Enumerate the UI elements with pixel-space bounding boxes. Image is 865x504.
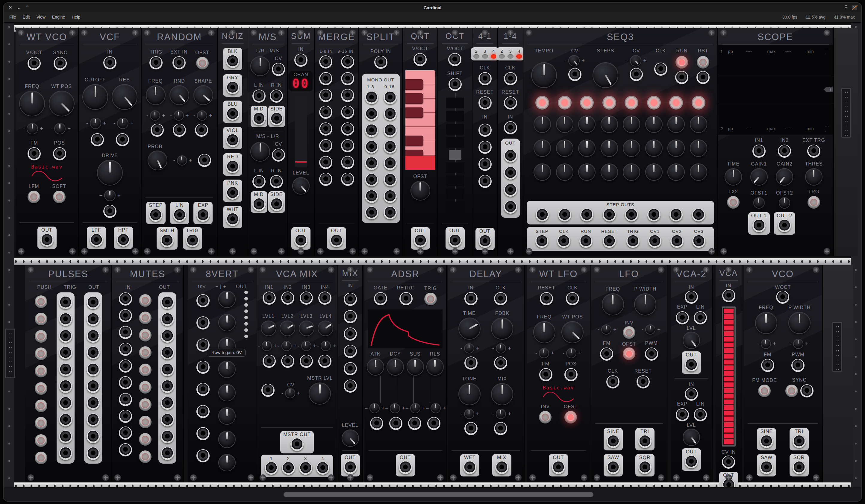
mute-out-jack[interactable] (161, 397, 174, 410)
merge-in-jack[interactable] (319, 173, 332, 186)
window-maximize-icon[interactable]: ⌃ (25, 5, 29, 10)
out2-jack[interactable] (778, 219, 791, 232)
split-out-jack[interactable] (383, 190, 397, 203)
menu-help[interactable]: Help (68, 13, 83, 21)
step-3-led[interactable] (508, 54, 514, 59)
out-1-jack[interactable] (504, 149, 517, 163)
mslr-side-out-jack[interactable] (270, 198, 283, 211)
mstr-cv-trim[interactable] (285, 388, 295, 398)
vert-in-jack[interactable] (196, 405, 210, 418)
cv1-step-knob[interactable] (690, 116, 707, 133)
merge-in-jack[interactable] (341, 122, 354, 136)
pwm-in-jack[interactable] (791, 359, 805, 372)
wtpos-knob[interactable] (562, 321, 584, 343)
merge-in-jack[interactable] (341, 156, 354, 169)
rnd-knob[interactable] (170, 85, 189, 105)
dcy-cv-trim[interactable] (390, 403, 400, 413)
pos-in-jack[interactable] (564, 368, 578, 381)
trig-in-jack[interactable] (59, 329, 72, 343)
push-button[interactable] (35, 434, 47, 447)
lvl1-knob[interactable] (261, 320, 276, 336)
freq-trim-knob[interactable] (150, 110, 160, 121)
drive-cv-jack[interactable] (103, 205, 116, 218)
cv2-step-knob[interactable] (578, 140, 596, 157)
cv3-step-knob[interactable] (645, 163, 662, 181)
wtpos-trim-knob[interactable] (54, 123, 66, 134)
trig-in-jack[interactable] (59, 363, 72, 376)
in1-jack[interactable] (752, 144, 765, 158)
split-out-jack[interactable] (365, 91, 378, 104)
run-in-jack[interactable] (675, 71, 688, 84)
trig-in-jack[interactable] (59, 313, 72, 326)
fdbk-cv-jack[interactable] (494, 356, 507, 370)
sus-cv-trim[interactable] (410, 403, 420, 413)
gate-3-button[interactable] (580, 96, 594, 109)
clk-in-jack[interactable] (606, 375, 620, 388)
mix-in-jack[interactable] (344, 345, 357, 358)
vert-gain-knob[interactable] (218, 314, 235, 331)
split-out-jack[interactable] (365, 173, 378, 186)
step-4-led-active[interactable] (516, 54, 522, 59)
rls-cv-jack[interactable] (427, 417, 440, 430)
voct-in-jack[interactable] (776, 291, 789, 304)
vca1-out-jack[interactable] (685, 358, 698, 372)
menu-edit[interactable]: Edit (20, 13, 33, 21)
sync-input-jack[interactable] (54, 57, 67, 70)
in1-jack[interactable] (263, 292, 276, 305)
vca2-out-jack[interactable] (685, 455, 698, 468)
split-out-jack[interactable] (383, 140, 397, 154)
atk-cv-jack[interactable] (370, 417, 383, 430)
push-button[interactable] (35, 400, 47, 412)
black-key[interactable] (405, 79, 423, 90)
ext-trg-jack[interactable] (807, 144, 820, 158)
mstr-lvl-knob[interactable] (309, 383, 331, 405)
lvl4-cv-jack[interactable] (318, 355, 332, 368)
blu-out-jack[interactable] (226, 107, 239, 121)
pnk-out-jack[interactable] (226, 186, 239, 200)
reset-in-jack[interactable] (504, 96, 517, 109)
pwidth-knob[interactable] (788, 312, 810, 334)
trig-in-jack[interactable] (59, 296, 72, 309)
mute-in-jack[interactable] (119, 443, 132, 456)
window-minimize-icon[interactable]: ⌄ (17, 5, 21, 10)
tri-out-jack[interactable] (793, 435, 806, 448)
pulse-out-jack[interactable] (86, 447, 100, 460)
lin-out-jack[interactable] (173, 209, 186, 222)
steps-cv-jack[interactable] (630, 68, 643, 81)
menu-view[interactable]: View (33, 13, 49, 21)
mute-button[interactable] (139, 416, 151, 428)
split-out-jack[interactable] (383, 157, 397, 170)
vca2-in-jack[interactable] (685, 388, 698, 401)
inv-led-button[interactable] (623, 326, 635, 339)
merge-in-jack[interactable] (319, 55, 332, 69)
lrms-side-out-jack[interactable] (270, 112, 283, 126)
trig-in-jack[interactable] (59, 380, 72, 393)
split-out-jack[interactable] (383, 206, 397, 219)
vert-gain-knob[interactable] (218, 361, 235, 378)
cv1-step-knob[interactable] (533, 116, 551, 133)
atk-cv-trim[interactable] (369, 403, 380, 413)
rst-led-button[interactable] (697, 56, 709, 69)
pulse-out-jack[interactable] (86, 430, 100, 443)
mute-out-jack[interactable] (161, 329, 174, 343)
saw-out-jack[interactable] (607, 461, 620, 474)
mute-button[interactable] (139, 294, 151, 307)
freq-knob[interactable] (755, 312, 777, 334)
mute-in-jack[interactable] (119, 360, 132, 373)
prob-knob[interactable] (148, 151, 168, 170)
step-out-jack[interactable] (558, 208, 571, 222)
step-out-jack[interactable] (580, 208, 593, 222)
mute-out-jack[interactable] (161, 363, 174, 376)
fm-trim[interactable] (601, 325, 611, 335)
push-button[interactable] (35, 295, 47, 308)
gate-1-button[interactable] (535, 96, 549, 109)
blk-out-jack[interactable] (226, 55, 239, 68)
octave-step-button[interactable] (446, 137, 464, 148)
push-button[interactable] (35, 417, 47, 430)
ofst-knob[interactable] (411, 181, 430, 200)
freq-knob[interactable] (533, 321, 555, 343)
out-jack[interactable] (552, 461, 565, 474)
step-out-jack[interactable] (149, 209, 162, 222)
level-knob[interactable] (292, 177, 310, 195)
vert-gain-knob[interactable] (218, 291, 235, 308)
